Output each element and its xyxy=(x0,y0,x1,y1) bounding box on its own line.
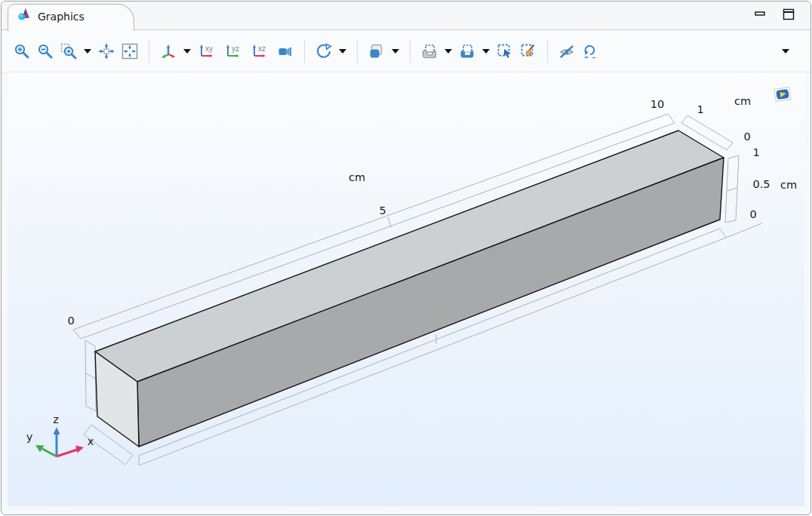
image-snapshot-dropdown[interactable] xyxy=(443,41,454,61)
maximize-button[interactable] xyxy=(780,6,797,23)
z-axis-tick-0: 0 xyxy=(749,208,756,220)
triad-y-label: y xyxy=(26,431,33,443)
y-axis-unit: cm xyxy=(734,95,751,107)
minimize-button[interactable] xyxy=(752,6,768,23)
x-axis-tick-5: 5 xyxy=(379,204,386,217)
titlebar: Graphics xyxy=(2,2,810,30)
graphics-window: Graphics xyxy=(1,1,811,515)
select-brush-button[interactable] xyxy=(518,41,538,61)
toolbar-overflow-dropdown[interactable] xyxy=(780,41,791,61)
go-to-yz-view-button[interactable]: yz xyxy=(223,41,245,61)
zoom-extents-button[interactable] xyxy=(97,41,116,61)
yz-view-glyph-text: yz xyxy=(232,45,239,53)
tab-graphics[interactable]: Graphics xyxy=(8,4,134,31)
block-geometry xyxy=(95,131,724,447)
scene-3d xyxy=(8,72,804,506)
z-axis-tick-05: 0.5 xyxy=(752,178,770,190)
triad-x-label: x xyxy=(88,435,94,447)
go-to-xz-view-button[interactable]: xz xyxy=(249,41,272,61)
x-axis-tick-0: 0 xyxy=(67,315,74,327)
graphics-toolbar: xy yz xz xyxy=(2,30,810,72)
graphics-canvas[interactable]: 0 5 cm 10 1 cm 0 1 0.5 cm 0 z y x xyxy=(8,72,804,506)
select-box-button[interactable] xyxy=(495,41,515,61)
print-button[interactable] xyxy=(457,41,477,61)
transparency-dropdown[interactable] xyxy=(390,41,401,61)
rotate-dropdown[interactable] xyxy=(337,41,348,61)
z-axis-unit: cm xyxy=(780,179,797,191)
tab-title: Graphics xyxy=(38,11,85,23)
transparency-button[interactable] xyxy=(367,41,386,61)
zoom-out-button[interactable] xyxy=(35,41,55,61)
go-to-default-view-button[interactable] xyxy=(158,41,178,61)
graphics-preview-button[interactable] xyxy=(771,83,794,106)
x-axis-unit: cm xyxy=(349,171,365,183)
x-axis-tick-10: 10 xyxy=(651,98,664,110)
rotate-button[interactable] xyxy=(314,41,334,61)
z-axis-tick-1: 1 xyxy=(752,146,759,158)
print-dropdown[interactable] xyxy=(481,41,491,61)
xz-view-glyph-text: xz xyxy=(258,45,266,53)
image-snapshot-button[interactable] xyxy=(420,41,439,61)
y-axis-tick-0: 0 xyxy=(743,131,750,143)
zoom-box-button[interactable] xyxy=(59,41,78,61)
scene-light-button[interactable] xyxy=(275,41,295,61)
orientation-triad xyxy=(35,427,84,456)
view-hidden-button[interactable] xyxy=(557,41,577,61)
y-axis-tick-1: 1 xyxy=(697,103,703,115)
block-top-face xyxy=(95,131,724,382)
reset-hiding-button[interactable] xyxy=(580,41,600,61)
triad-z-label: z xyxy=(53,413,59,425)
graphics-icon xyxy=(17,8,32,25)
default-view-dropdown[interactable] xyxy=(182,41,192,61)
zoom-box-dropdown[interactable] xyxy=(82,41,93,61)
zoom-to-selection-button[interactable] xyxy=(120,41,140,61)
go-to-xy-view-button[interactable]: xy xyxy=(196,41,219,61)
xy-view-glyph-text: xy xyxy=(205,45,213,53)
zoom-in-button[interactable] xyxy=(12,41,32,61)
